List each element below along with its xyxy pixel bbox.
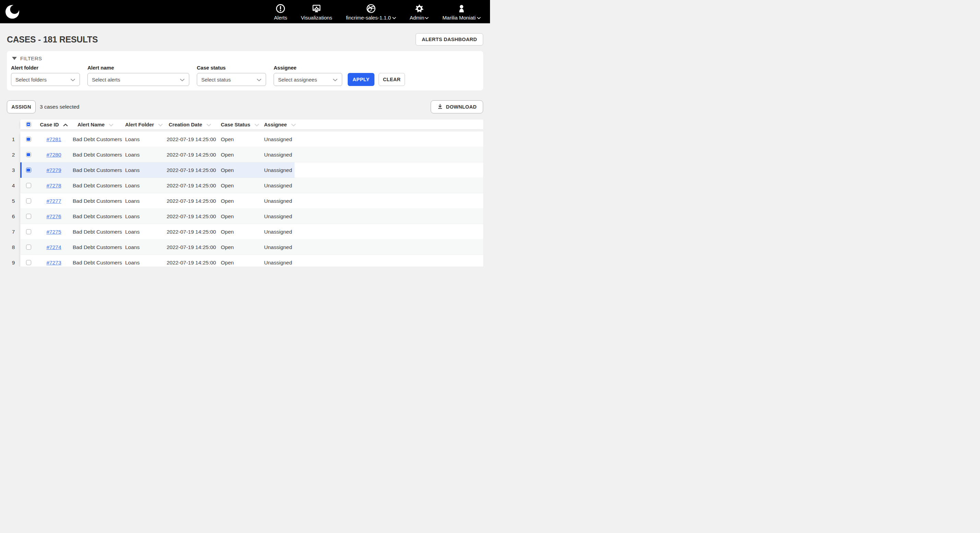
nav-label: fincrime-sales-1.1.0 [346, 15, 391, 21]
cases-table: Case ID Alert Name Alert Folder Creation… [20, 119, 483, 266]
cell-case-status: Open [217, 182, 260, 189]
select-placeholder: Select assignees [278, 77, 317, 82]
cell-creation-date: 2022-07-19 14:25:00 [166, 229, 217, 235]
column-header-alert-name[interactable]: Alert Name [71, 122, 123, 127]
cell-alert-name: Bad Debt Customers [71, 260, 123, 266]
nav-item-user[interactable]: Marilia Moniati [442, 3, 481, 21]
row-checkbox[interactable] [26, 137, 31, 142]
filters-title: FILTERS [20, 56, 42, 61]
sort-inactive-icon [207, 122, 211, 127]
cell-case-status: Open [217, 167, 260, 173]
nav-item-alerts[interactable]: Alerts [274, 3, 287, 21]
cell-alert-folder: Loans [123, 244, 166, 251]
apply-button[interactable]: APPLY [348, 73, 374, 86]
selection-count-text: 3 cases selected [40, 104, 79, 110]
cell-assignee: Unassigned [260, 182, 315, 189]
table-row[interactable]: 7 #7275 Bad Debt Customers Loans 2022-07… [20, 224, 483, 240]
case-id-link[interactable]: #7274 [46, 244, 61, 250]
row-checkbox[interactable] [26, 244, 31, 250]
cell-case-status: Open [217, 213, 260, 220]
row-number: 7 [10, 224, 17, 240]
cell-alert-name: Bad Debt Customers [71, 182, 123, 189]
case-id-link[interactable]: #7276 [46, 213, 61, 219]
row-number: 5 [10, 193, 17, 209]
table-row[interactable]: 1 #7281 Bad Debt Customers Loans 2022-07… [20, 132, 483, 147]
assignee-select[interactable]: Select assignees [274, 73, 342, 86]
column-header-assignee[interactable]: Assignee [260, 122, 315, 127]
row-number: 1 [10, 132, 17, 147]
row-number: 8 [10, 240, 17, 255]
app-logo-icon[interactable] [5, 5, 20, 21]
assign-button[interactable]: ASSIGN [7, 100, 36, 113]
table-row[interactable]: 6 #7276 Bad Debt Customers Loans 2022-07… [20, 209, 483, 224]
cell-alert-name: Bad Debt Customers [71, 167, 123, 173]
alert-name-select[interactable]: Select alerts [88, 73, 189, 86]
cell-creation-date: 2022-07-19 14:25:00 [166, 167, 217, 173]
case-status-label: Case status [197, 65, 266, 71]
table-row[interactable]: 3 #7279 Bad Debt Customers Loans 2022-07… [20, 162, 483, 178]
chevron-down-icon [256, 77, 262, 82]
nav-item-admin[interactable]: Admin [410, 3, 429, 21]
sort-inactive-icon [291, 122, 296, 127]
cell-assignee: Unassigned [260, 244, 315, 251]
row-checkbox[interactable] [26, 260, 31, 265]
filters-collapse-toggle[interactable]: FILTERS [11, 56, 479, 61]
sort-inactive-icon [109, 122, 113, 127]
table-row[interactable]: 5 #7277 Bad Debt Customers Loans 2022-07… [20, 193, 483, 209]
globe-network-icon [366, 3, 376, 14]
cell-alert-folder: Loans [123, 152, 166, 158]
nav-item-visualizations[interactable]: Visualizations [301, 3, 332, 21]
table-row[interactable]: 8 #7274 Bad Debt Customers Loans 2022-07… [20, 240, 483, 255]
case-id-link[interactable]: #7277 [46, 198, 61, 204]
chevron-down-icon [425, 15, 429, 21]
cell-creation-date: 2022-07-19 14:25:00 [166, 198, 217, 204]
row-checkbox[interactable] [26, 198, 31, 203]
row-number: 4 [10, 178, 17, 193]
row-checkbox[interactable] [26, 168, 31, 173]
nav-items: Alerts Visualizations [274, 0, 490, 21]
collapse-triangle-icon [12, 57, 17, 60]
alert-folder-label: Alert folder [11, 65, 80, 71]
column-header-case-status[interactable]: Case Status [217, 122, 260, 127]
download-button[interactable]: DOWNLOAD [431, 100, 483, 113]
table-row[interactable]: 4 #7278 Bad Debt Customers Loans 2022-07… [20, 178, 483, 193]
sort-inactive-icon [158, 122, 163, 127]
nav-label: Admin [410, 15, 425, 21]
case-id-link[interactable]: #7273 [46, 260, 61, 265]
chevron-down-icon [332, 77, 338, 82]
row-checkbox[interactable] [26, 214, 31, 219]
case-id-link[interactable]: #7278 [46, 182, 61, 189]
chevron-down-icon [477, 15, 481, 21]
case-id-link[interactable]: #7280 [46, 152, 61, 157]
row-checkbox[interactable] [26, 183, 31, 188]
column-header-alert-folder[interactable]: Alert Folder [123, 122, 166, 127]
cell-assignee: Unassigned [260, 152, 315, 158]
table-row[interactable]: 9 #7273 Bad Debt Customers Loans 2022-07… [20, 255, 483, 266]
cell-creation-date: 2022-07-19 14:25:00 [166, 152, 217, 158]
column-header-creation-date[interactable]: Creation Date [166, 122, 217, 127]
row-checkbox[interactable] [26, 229, 31, 234]
nav-item-environment[interactable]: fincrime-sales-1.1.0 [346, 3, 396, 21]
row-checkbox[interactable] [26, 152, 31, 157]
row-number: 6 [10, 209, 17, 224]
cell-alert-name: Bad Debt Customers [71, 213, 123, 220]
case-id-link[interactable]: #7281 [46, 136, 61, 142]
cell-alert-name: Bad Debt Customers [71, 136, 123, 143]
cell-assignee: Unassigned [260, 136, 315, 143]
alert-folder-select[interactable]: Select folders [11, 73, 80, 86]
cell-alert-folder: Loans [123, 229, 166, 235]
select-placeholder: Select folders [16, 77, 47, 82]
sort-inactive-icon [255, 122, 259, 127]
case-id-link[interactable]: #7279 [46, 167, 61, 173]
select-all-checkbox[interactable] [26, 122, 31, 127]
alerts-dashboard-button[interactable]: ALERTS DASHBOARD [415, 33, 483, 46]
select-placeholder: Select status [201, 77, 231, 82]
clear-button[interactable]: CLEAR [379, 73, 405, 86]
table-row[interactable]: 2 #7280 Bad Debt Customers Loans 2022-07… [20, 147, 483, 162]
alert-circle-icon [275, 3, 286, 14]
case-status-select[interactable]: Select status [197, 73, 266, 86]
nav-label: Marilia Moniati [442, 15, 476, 21]
cell-assignee: Unassigned [260, 167, 315, 173]
column-header-case-id[interactable]: Case ID [40, 122, 68, 127]
case-id-link[interactable]: #7275 [46, 229, 61, 235]
